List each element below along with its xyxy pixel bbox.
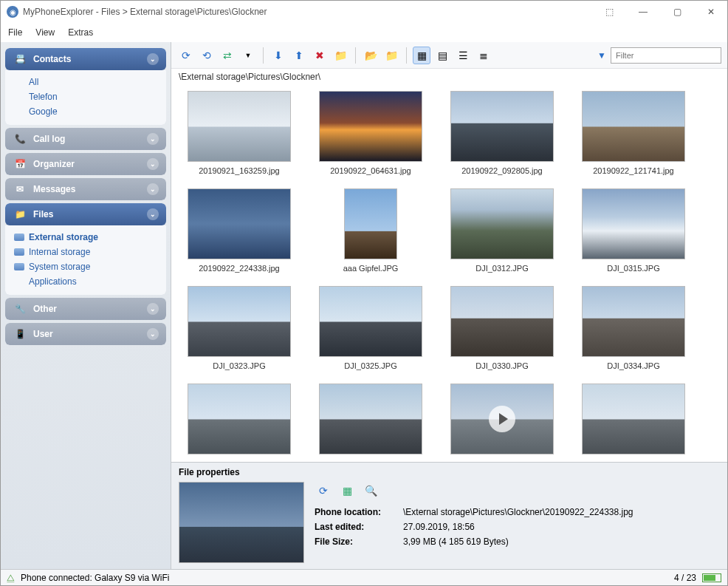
sidebar-item-system-storage[interactable]: System storage [5, 259, 166, 274]
location-value: \External storage\Pictures\Glockner\2019… [403, 507, 633, 517]
thumbnail-item[interactable]: 20190922_224338.jpg [180, 188, 298, 273]
properties-thumbnail [179, 482, 304, 563]
sidebar-item-applications[interactable]: Applications [5, 274, 166, 289]
refresh-button[interactable]: ⟳ [177, 47, 195, 64]
titlebar: ◉ MyPhoneExplorer - Files > External sto… [1, 1, 727, 23]
chevron-icon: ⌄ [147, 133, 159, 145]
phone2-icon: 📱 [13, 328, 27, 340]
sidebar-item-external-storage[interactable]: External storage [5, 230, 166, 245]
upload-button[interactable]: ⬆ [290, 47, 308, 64]
sidebar-item-google[interactable]: Google [5, 104, 166, 119]
pin-icon[interactable]: ⬚ [599, 7, 619, 17]
thumbnail-label: 20190922_224338.jpg [199, 264, 280, 273]
thumbnail-label: DJI_0312.JPG [475, 264, 529, 273]
close-button[interactable]: ✕ [701, 7, 721, 17]
size-value: 3,99 MB (4 185 619 Bytes) [403, 536, 509, 547]
thumbnail-item[interactable]: 20190922_121741.jpg [574, 91, 693, 175]
thumbnail-item[interactable]: DJI_0323.JPG [180, 286, 298, 370]
paste-button[interactable]: 📁 [382, 47, 400, 64]
path-bar: \External storage\Pictures\Glockner\ [171, 69, 727, 85]
view-large-icons[interactable]: ▦ [413, 47, 430, 64]
thumbnail-label: DJI_0315.JPG [607, 264, 660, 273]
copy-button[interactable]: 📂 [362, 47, 380, 64]
folder-icon: 📁 [13, 208, 27, 220]
new-folder-button[interactable]: 📁 [332, 47, 349, 64]
thumbnail-item[interactable]: 20190922_064631.jpg [312, 91, 430, 175]
sync-button[interactable]: ⇄ [219, 47, 236, 64]
minimize-button[interactable]: — [633, 7, 653, 17]
download-button[interactable]: ⬇ [269, 47, 287, 64]
view-small-icons[interactable]: ▤ [433, 47, 451, 64]
sidebar-category-user[interactable]: 📱User⌄ [5, 323, 166, 345]
menubar: File View Extras [1, 23, 727, 42]
thumbnail-item[interactable]: 20190921_163259.jpg [180, 91, 298, 175]
thumbnail-item[interactable]: DJI_0312.JPG [443, 188, 561, 273]
thumbnail-label: 20190921_163259.jpg [199, 166, 280, 175]
thumbnail-item[interactable]: aaa Gipfel.JPG [312, 188, 430, 273]
thumbnail-label: DJI_0330.JPG [475, 361, 529, 370]
thumbnail-label: 20190922_121741.jpg [593, 166, 674, 175]
status-counter: 4 / 23 [674, 573, 696, 583]
thumbnail-item[interactable]: DJI_0334.JPG [574, 286, 693, 370]
organizer-icon: 📅 [13, 158, 27, 170]
thumbnail-label: 20190922_092805.jpg [461, 166, 543, 175]
chevron-icon: ⌄ [147, 158, 159, 170]
chevron-icon: ⌄ [147, 303, 159, 315]
chevron-icon: ⌄ [147, 208, 159, 220]
sync-dropdown[interactable]: ▼ [239, 47, 257, 64]
refresh-all-button[interactable]: ⟲ [198, 47, 216, 64]
sidebar-category-files[interactable]: 📁Files⌄ [5, 203, 166, 225]
view-details[interactable]: ≣ [475, 47, 492, 64]
thumbnail-item[interactable]: DJI_0315.JPG [574, 188, 693, 273]
sidebar-category-other[interactable]: 🔧Other⌄ [5, 298, 166, 320]
thumbnail-label: DJI_0325.JPG [344, 361, 397, 370]
edited-value: 27.09.2019, 18:56 [403, 522, 475, 532]
sidebar-category-call-log[interactable]: 📞Call log⌄ [5, 128, 166, 150]
menu-view[interactable]: View [35, 27, 55, 38]
sidebar-item-internal-storage[interactable]: Internal storage [5, 245, 166, 259]
props-app-icon[interactable]: ▦ [338, 482, 356, 500]
separator [263, 47, 264, 64]
sidebar-category-organizer[interactable]: 📅Organizer⌄ [5, 153, 166, 175]
view-list[interactable]: ☰ [454, 47, 472, 64]
properties-title: File properties [179, 467, 720, 477]
thumbnail-item[interactable] [443, 384, 561, 454]
thumbnail-label: 20190922_064631.jpg [330, 166, 411, 175]
location-label: Phone location: [315, 507, 396, 517]
filter-input[interactable] [611, 47, 721, 64]
delete-button[interactable]: ✖ [311, 47, 329, 64]
sidebar-category-messages[interactable]: ✉Messages⌄ [5, 178, 166, 200]
sidebar-item-all[interactable]: All [5, 75, 166, 89]
wrench-icon: 🔧 [13, 303, 27, 315]
filter-icon[interactable]: ▼ [597, 50, 606, 61]
phone-icon: 📞 [13, 133, 27, 145]
menu-file[interactable]: File [8, 27, 22, 38]
sidebar: 📇Contacts⌄AllTelefonGoogle📞Call log⌄📅Org… [1, 42, 171, 569]
toolbar: ⟳ ⟲ ⇄ ▼ ⬇ ⬆ ✖ 📁 📂 📁 ▦ ▤ ☰ ≣ ▼ [171, 42, 727, 69]
file-properties-panel: File properties ⟳ ▦ 🔍 Phone location:\Ex… [171, 462, 727, 569]
status-text: Phone connected: Galaxy S9 via WiFi [21, 573, 169, 583]
thumbnail-label: DJI_0323.JPG [213, 361, 266, 370]
thumbnail-area[interactable]: 20190921_163259.jpg20190922_064631.jpg20… [171, 85, 727, 462]
thumbnail-item[interactable] [180, 384, 298, 454]
thumbnail-item[interactable]: DJI_0330.JPG [443, 286, 561, 370]
chevron-icon: ⌄ [147, 328, 159, 340]
sidebar-item-telefon[interactable]: Telefon [5, 89, 166, 104]
wifi-icon: ⧋ [7, 573, 15, 583]
chevron-icon: ⌄ [147, 183, 159, 195]
thumbnail-item[interactable] [312, 384, 430, 454]
thumbnail-item[interactable]: 20190922_092805.jpg [443, 91, 561, 175]
props-zoom-icon[interactable]: 🔍 [362, 482, 380, 500]
menu-extras[interactable]: Extras [68, 27, 93, 38]
size-label: File Size: [315, 536, 396, 547]
props-refresh-icon[interactable]: ⟳ [315, 482, 332, 500]
maximize-button[interactable]: ▢ [667, 7, 687, 17]
separator [406, 47, 407, 64]
mail-icon: ✉ [13, 183, 27, 195]
play-icon [489, 406, 515, 432]
thumbnail-item[interactable] [574, 384, 693, 454]
sidebar-category-contacts[interactable]: 📇Contacts⌄ [5, 48, 166, 70]
thumbnail-item[interactable]: DJI_0325.JPG [312, 286, 430, 370]
separator [355, 47, 356, 64]
battery-icon [702, 573, 721, 582]
